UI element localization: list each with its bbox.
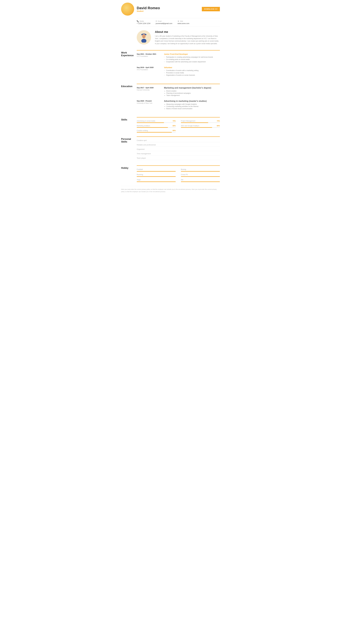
svg-point-5 (144, 36, 144, 37)
edu-bullet: Brand creation (166, 90, 211, 92)
exp-date: Sep 2019 - April 2020 XYZ Foundation (137, 66, 160, 76)
edu-bullet: Team management (166, 94, 211, 96)
web-icon: 🖥 (178, 20, 179, 22)
exp-org: XYZ Foundation (137, 69, 160, 70)
exp-bullet: Cooperation with the advertising and cre… (164, 61, 213, 63)
svg-point-4 (144, 36, 145, 36)
skills-content: Advertising in social media 70% Project … (137, 117, 220, 132)
person-illustration (139, 32, 149, 42)
header-left: David Romeo Student (121, 2, 160, 16)
hobby-bar-bg (137, 171, 176, 172)
hobby-item: Cross Fit (181, 174, 220, 177)
date-range: Sep 2021 - October 2021 (137, 53, 160, 55)
skill-percent: 90% (173, 130, 176, 132)
exp-bullet: Participation in creating advertising ca… (164, 56, 213, 58)
contact-email: ✉ Email youremail@gmail.com (156, 20, 172, 24)
contact-mobile: 📞 Mobile + 1234 1234 1234 (137, 20, 150, 24)
hobby-bar-fill (181, 176, 220, 177)
hobby-label: Hobby (121, 166, 137, 182)
hobby-bar-fill (137, 176, 176, 177)
skill-percent: 80% (217, 125, 220, 127)
footer-text: Here you must enter the current privacy … (121, 188, 220, 193)
personal-skill-item: Organized (137, 148, 220, 151)
hobby-item: Running (137, 174, 176, 177)
hobby-section: Hobby Football Boxing Running Cross Fit … (121, 166, 220, 182)
hobby-name: Yoga (137, 179, 176, 181)
edu-date-range: Sep 2020 - Prezent (137, 100, 160, 102)
download-cv-button[interactable]: DOWNLOAD CV (202, 7, 220, 11)
exp-bullet: Coordination of events with a marketing … (164, 70, 198, 72)
hobby-bar-bg (181, 182, 220, 182)
hobby-name: Football (137, 168, 176, 170)
footer: Here you must enter the current privacy … (121, 186, 220, 193)
edu-entry: Sep 2017 - April 2020 Harvard University… (137, 87, 220, 97)
edu-bullets: Brand creationPlanning of promotional ca… (164, 90, 211, 96)
exp-org: XYZ Foundation (137, 56, 160, 57)
skill-bar-fill (137, 132, 172, 132)
skill-bar-bg (137, 132, 176, 132)
email-icon: ✉ (156, 20, 157, 22)
edu-date: Sep 2020 - Prezent University of New Yor… (137, 100, 160, 110)
hobby-bar-bg (181, 176, 220, 177)
skill-bar-bg (137, 127, 176, 128)
skill-item: Marketing analitycs 80% (137, 125, 176, 128)
exp-date: Sep 2021 - October 2021 XYZ Foundation (137, 53, 160, 63)
work-entry: Sep 2021 - October 2021 XYZ Foundation J… (137, 53, 220, 63)
education-content: Sep 2017 - April 2020 Harvard University… (137, 84, 220, 113)
edu-entries: Sep 2017 - April 2020 Harvard University… (137, 87, 220, 110)
skill-percent: 80% (173, 125, 176, 127)
skill-item: Advertising in social media 70% (137, 120, 176, 123)
web-value: www.some.com (178, 22, 189, 24)
contact-web: 🖥 Web www.some.com (178, 20, 189, 24)
header-avatar (121, 2, 134, 16)
hobby-content: Football Boxing Running Cross Fit Yoga S… (137, 166, 220, 182)
hobby-grid: Football Boxing Running Cross Fit Yoga S… (137, 168, 220, 182)
hobby-bar-fill (181, 182, 220, 182)
edu-entry: Sep 2020 - Prezent University of New Yor… (137, 100, 220, 110)
exp-bullets: Participation in creating advertising ca… (164, 56, 213, 63)
hobby-name: Cross Fit (181, 174, 220, 176)
personal-skills-label: Personal Skills (121, 136, 137, 162)
mobile-value: + 1234 1234 1234 (137, 22, 150, 24)
edu-org: University of New York (137, 102, 160, 104)
skill-item: Project Management 70% (181, 120, 220, 123)
personal-skill-item: Time management (137, 153, 220, 156)
exp-role: Volunteer (164, 66, 198, 68)
about-avatar (137, 30, 151, 44)
skill-bar-bg (137, 122, 176, 123)
skill-bar-fill (181, 122, 208, 123)
header: David Romeo Student DOWNLOAD CV (121, 2, 220, 16)
edu-details: Advertising in marketing (master's studi… (164, 100, 207, 110)
education-label: Education (121, 84, 137, 113)
skill-name: Advertising in social media (137, 120, 155, 122)
edu-date-range: Sep 2017 - April 2020 (137, 87, 160, 89)
exp-role: Junior Front End Developer (164, 53, 213, 55)
edu-bullet: Planning of promotional campaigns (166, 92, 211, 94)
edu-bullet: Conducting marketing activities on the I… (166, 106, 207, 107)
skill-bar-fill (181, 127, 212, 128)
skill-bar-fill (137, 127, 168, 128)
hobby-name: Boxing (181, 168, 220, 170)
exp-details: Junior Front End Developer Participation… (164, 53, 213, 63)
edu-org: Harvard University (137, 89, 160, 91)
hobby-item: Ski (181, 179, 220, 182)
hobby-name: Ski (181, 179, 220, 181)
skill-name: Marketing analitycs (137, 125, 150, 127)
skill-bar-fill (137, 122, 164, 123)
edu-bullet: Basics of brand visual communication (166, 108, 207, 110)
about-section: About me I am a 4th year student of mark… (137, 30, 220, 45)
exp-details: Volunteer Coordination of events with a … (164, 66, 198, 76)
skills-label: Skills (121, 117, 137, 132)
hobby-bar-bg (137, 182, 176, 182)
phone-icon: 📞 (137, 20, 139, 22)
hobby-bar-fill (137, 171, 176, 172)
skill-bar-bg (181, 127, 220, 128)
hobby-name: Running (137, 174, 176, 176)
work-experience-content: Sep 2021 - October 2021 XYZ Foundation J… (137, 50, 220, 80)
skill-name: SEO and Google Analitycs (181, 125, 199, 127)
skill-name: Project Management (181, 120, 195, 122)
education-section: Education Sep 2017 - April 2020 Harvard … (121, 84, 220, 113)
email-value: youremail@gmail.com (156, 22, 172, 24)
exp-bullet: Promotion in social media (164, 72, 198, 74)
exp-bullet: Co-creating posts on social media (164, 58, 213, 60)
